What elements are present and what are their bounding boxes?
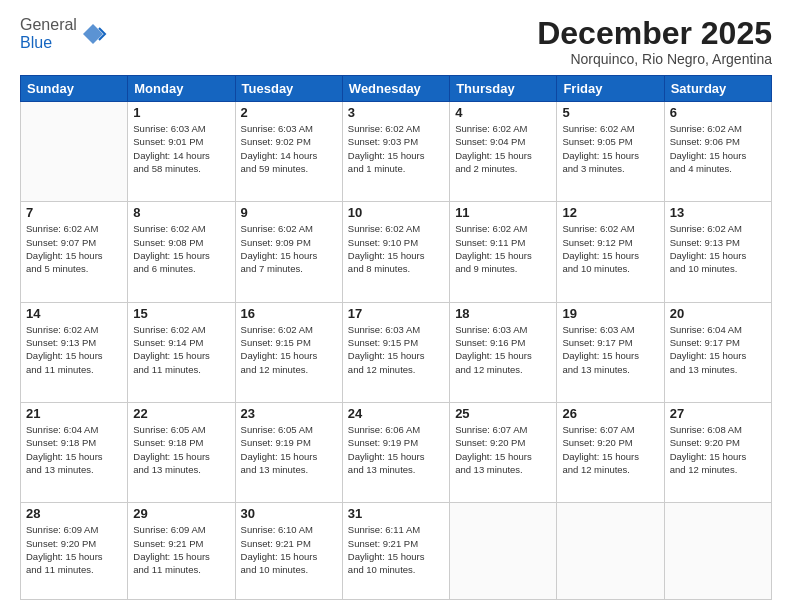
table-row: 27Sunrise: 6:08 AM Sunset: 9:20 PM Dayli… — [664, 402, 771, 502]
col-sunday: Sunday — [21, 76, 128, 102]
table-row: 9Sunrise: 6:02 AM Sunset: 9:09 PM Daylig… — [235, 202, 342, 302]
day-info: Sunrise: 6:03 AM Sunset: 9:16 PM Dayligh… — [455, 323, 551, 376]
calendar-page: General Blue December 2025 Norquinco, Ri… — [0, 0, 792, 612]
logo-general-text: General — [20, 16, 77, 33]
day-info: Sunrise: 6:07 AM Sunset: 9:20 PM Dayligh… — [455, 423, 551, 476]
day-number: 8 — [133, 205, 229, 220]
col-thursday: Thursday — [450, 76, 557, 102]
col-wednesday: Wednesday — [342, 76, 449, 102]
table-row: 10Sunrise: 6:02 AM Sunset: 9:10 PM Dayli… — [342, 202, 449, 302]
day-number: 4 — [455, 105, 551, 120]
day-info: Sunrise: 6:02 AM Sunset: 9:13 PM Dayligh… — [26, 323, 122, 376]
col-monday: Monday — [128, 76, 235, 102]
logo-blue-text: Blue — [20, 34, 52, 51]
day-info: Sunrise: 6:03 AM Sunset: 9:15 PM Dayligh… — [348, 323, 444, 376]
day-number: 11 — [455, 205, 551, 220]
table-row: 1Sunrise: 6:03 AM Sunset: 9:01 PM Daylig… — [128, 102, 235, 202]
day-number: 21 — [26, 406, 122, 421]
day-number: 12 — [562, 205, 658, 220]
month-title: December 2025 — [537, 16, 772, 51]
table-row: 17Sunrise: 6:03 AM Sunset: 9:15 PM Dayli… — [342, 302, 449, 402]
day-number: 16 — [241, 306, 337, 321]
day-number: 27 — [670, 406, 766, 421]
table-row: 28Sunrise: 6:09 AM Sunset: 9:20 PM Dayli… — [21, 503, 128, 600]
table-row — [450, 503, 557, 600]
day-info: Sunrise: 6:02 AM Sunset: 9:10 PM Dayligh… — [348, 222, 444, 275]
day-info: Sunrise: 6:02 AM Sunset: 9:12 PM Dayligh… — [562, 222, 658, 275]
day-number: 18 — [455, 306, 551, 321]
table-row: 19Sunrise: 6:03 AM Sunset: 9:17 PM Dayli… — [557, 302, 664, 402]
title-block: December 2025 Norquinco, Rio Negro, Arge… — [537, 16, 772, 67]
table-row: 31Sunrise: 6:11 AM Sunset: 9:21 PM Dayli… — [342, 503, 449, 600]
day-number: 5 — [562, 105, 658, 120]
table-row: 24Sunrise: 6:06 AM Sunset: 9:19 PM Dayli… — [342, 402, 449, 502]
table-row — [21, 102, 128, 202]
day-info: Sunrise: 6:02 AM Sunset: 9:04 PM Dayligh… — [455, 122, 551, 175]
day-number: 14 — [26, 306, 122, 321]
day-number: 23 — [241, 406, 337, 421]
table-row: 29Sunrise: 6:09 AM Sunset: 9:21 PM Dayli… — [128, 503, 235, 600]
day-number: 30 — [241, 506, 337, 521]
table-row: 7Sunrise: 6:02 AM Sunset: 9:07 PM Daylig… — [21, 202, 128, 302]
day-info: Sunrise: 6:05 AM Sunset: 9:18 PM Dayligh… — [133, 423, 229, 476]
day-info: Sunrise: 6:09 AM Sunset: 9:21 PM Dayligh… — [133, 523, 229, 576]
table-row — [664, 503, 771, 600]
col-tuesday: Tuesday — [235, 76, 342, 102]
day-number: 22 — [133, 406, 229, 421]
day-info: Sunrise: 6:02 AM Sunset: 9:06 PM Dayligh… — [670, 122, 766, 175]
table-row: 4Sunrise: 6:02 AM Sunset: 9:04 PM Daylig… — [450, 102, 557, 202]
table-row: 21Sunrise: 6:04 AM Sunset: 9:18 PM Dayli… — [21, 402, 128, 502]
day-number: 20 — [670, 306, 766, 321]
day-number: 24 — [348, 406, 444, 421]
day-number: 28 — [26, 506, 122, 521]
day-info: Sunrise: 6:02 AM Sunset: 9:07 PM Dayligh… — [26, 222, 122, 275]
table-row: 23Sunrise: 6:05 AM Sunset: 9:19 PM Dayli… — [235, 402, 342, 502]
table-row: 16Sunrise: 6:02 AM Sunset: 9:15 PM Dayli… — [235, 302, 342, 402]
table-row: 3Sunrise: 6:02 AM Sunset: 9:03 PM Daylig… — [342, 102, 449, 202]
day-number: 7 — [26, 205, 122, 220]
day-number: 6 — [670, 105, 766, 120]
calendar-table: Sunday Monday Tuesday Wednesday Thursday… — [20, 75, 772, 600]
day-info: Sunrise: 6:07 AM Sunset: 9:20 PM Dayligh… — [562, 423, 658, 476]
day-info: Sunrise: 6:02 AM Sunset: 9:03 PM Dayligh… — [348, 122, 444, 175]
day-info: Sunrise: 6:02 AM Sunset: 9:15 PM Dayligh… — [241, 323, 337, 376]
day-info: Sunrise: 6:02 AM Sunset: 9:14 PM Dayligh… — [133, 323, 229, 376]
day-info: Sunrise: 6:08 AM Sunset: 9:20 PM Dayligh… — [670, 423, 766, 476]
day-info: Sunrise: 6:04 AM Sunset: 9:18 PM Dayligh… — [26, 423, 122, 476]
logo-icon — [79, 20, 107, 48]
day-info: Sunrise: 6:03 AM Sunset: 9:17 PM Dayligh… — [562, 323, 658, 376]
logo: General Blue — [20, 16, 107, 52]
day-number: 26 — [562, 406, 658, 421]
day-info: Sunrise: 6:11 AM Sunset: 9:21 PM Dayligh… — [348, 523, 444, 576]
day-info: Sunrise: 6:05 AM Sunset: 9:19 PM Dayligh… — [241, 423, 337, 476]
location: Norquinco, Rio Negro, Argentina — [537, 51, 772, 67]
table-row: 5Sunrise: 6:02 AM Sunset: 9:05 PM Daylig… — [557, 102, 664, 202]
calendar-header-row: Sunday Monday Tuesday Wednesday Thursday… — [21, 76, 772, 102]
day-number: 9 — [241, 205, 337, 220]
table-row: 11Sunrise: 6:02 AM Sunset: 9:11 PM Dayli… — [450, 202, 557, 302]
col-friday: Friday — [557, 76, 664, 102]
table-row: 14Sunrise: 6:02 AM Sunset: 9:13 PM Dayli… — [21, 302, 128, 402]
day-info: Sunrise: 6:09 AM Sunset: 9:20 PM Dayligh… — [26, 523, 122, 576]
col-saturday: Saturday — [664, 76, 771, 102]
day-number: 10 — [348, 205, 444, 220]
table-row — [557, 503, 664, 600]
day-number: 3 — [348, 105, 444, 120]
table-row: 25Sunrise: 6:07 AM Sunset: 9:20 PM Dayli… — [450, 402, 557, 502]
day-info: Sunrise: 6:02 AM Sunset: 9:11 PM Dayligh… — [455, 222, 551, 275]
day-number: 31 — [348, 506, 444, 521]
table-row: 30Sunrise: 6:10 AM Sunset: 9:21 PM Dayli… — [235, 503, 342, 600]
day-number: 25 — [455, 406, 551, 421]
table-row: 2Sunrise: 6:03 AM Sunset: 9:02 PM Daylig… — [235, 102, 342, 202]
table-row: 22Sunrise: 6:05 AM Sunset: 9:18 PM Dayli… — [128, 402, 235, 502]
table-row: 13Sunrise: 6:02 AM Sunset: 9:13 PM Dayli… — [664, 202, 771, 302]
day-number: 15 — [133, 306, 229, 321]
day-info: Sunrise: 6:02 AM Sunset: 9:05 PM Dayligh… — [562, 122, 658, 175]
day-number: 1 — [133, 105, 229, 120]
table-row: 6Sunrise: 6:02 AM Sunset: 9:06 PM Daylig… — [664, 102, 771, 202]
day-info: Sunrise: 6:06 AM Sunset: 9:19 PM Dayligh… — [348, 423, 444, 476]
day-number: 2 — [241, 105, 337, 120]
table-row: 26Sunrise: 6:07 AM Sunset: 9:20 PM Dayli… — [557, 402, 664, 502]
day-number: 19 — [562, 306, 658, 321]
table-row: 15Sunrise: 6:02 AM Sunset: 9:14 PM Dayli… — [128, 302, 235, 402]
